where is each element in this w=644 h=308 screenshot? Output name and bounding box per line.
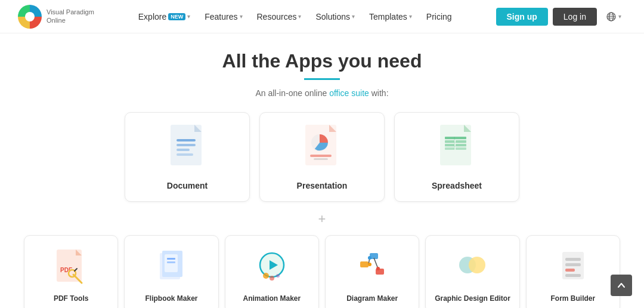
subtitle: An all-in-one online office suite with: xyxy=(24,88,620,98)
language-selector[interactable]: ▾ xyxy=(602,8,626,25)
chevron-up-icon xyxy=(617,281,626,289)
form-builder-icon xyxy=(558,250,589,288)
chevron-icon: ▾ xyxy=(240,13,243,20)
card-document[interactable]: Document xyxy=(125,112,250,202)
plus-divider: + xyxy=(24,211,620,227)
pdf-tools-icon: PDF xyxy=(55,250,86,288)
svg-rect-39 xyxy=(167,261,175,263)
flipbook-label: Flipbook Maker xyxy=(145,294,198,304)
svg-point-53 xyxy=(376,267,380,270)
page-title: All the Apps you need xyxy=(24,50,620,72)
nav-templates[interactable]: Templates ▾ xyxy=(363,8,418,25)
card-flipbook[interactable]: Flipbook Maker xyxy=(124,235,218,308)
svg-point-52 xyxy=(368,256,371,260)
nav-pricing[interactable]: Pricing xyxy=(420,8,458,25)
chevron-icon: ▾ xyxy=(409,13,412,20)
svg-rect-20 xyxy=(456,140,466,143)
graphic-design-icon xyxy=(457,250,488,288)
svg-rect-38 xyxy=(167,258,175,260)
graphic-design-label: Graphic Design Editor xyxy=(435,294,510,304)
chevron-icon: ▾ xyxy=(187,13,190,20)
document-label: Document xyxy=(167,181,208,190)
logo-icon xyxy=(18,5,42,29)
svg-rect-14 xyxy=(310,155,332,157)
svg-rect-22 xyxy=(456,144,466,146)
svg-rect-10 xyxy=(177,153,193,156)
header-actions: Sign up Log in ▾ xyxy=(496,8,626,26)
diagram-icon xyxy=(357,250,388,288)
svg-point-43 xyxy=(263,273,269,279)
card-pdf-tools[interactable]: PDF PDF Tools xyxy=(24,235,118,308)
login-button[interactable]: Log in xyxy=(553,8,597,26)
diagram-label: Diagram Maker xyxy=(346,294,398,304)
nav-resources[interactable]: Resources ▾ xyxy=(251,8,308,25)
svg-rect-46 xyxy=(360,261,369,267)
svg-point-51 xyxy=(368,263,371,266)
scroll-to-top-button[interactable] xyxy=(611,275,632,296)
svg-rect-59 xyxy=(565,269,575,272)
pdf-tools-label: PDF Tools xyxy=(54,294,88,304)
logo[interactable]: Visual Paradigm Online xyxy=(18,5,94,29)
new-badge: NEW xyxy=(168,13,185,20)
svg-rect-9 xyxy=(177,149,190,151)
spreadsheet-label: Spreadsheet xyxy=(432,181,482,190)
form-builder-label: Form Builder xyxy=(550,294,595,304)
apps-row-1: Document Presentation xyxy=(24,112,620,202)
svg-rect-58 xyxy=(565,263,581,266)
svg-rect-7 xyxy=(177,139,196,141)
svg-rect-57 xyxy=(565,258,581,261)
svg-rect-24 xyxy=(456,147,466,150)
svg-point-44 xyxy=(270,276,274,281)
animation-label: Animation Maker xyxy=(243,294,301,304)
svg-rect-8 xyxy=(177,144,196,146)
chevron-icon: ▾ xyxy=(352,13,355,20)
svg-rect-23 xyxy=(445,147,454,150)
chevron-icon: ▾ xyxy=(298,13,301,20)
svg-rect-15 xyxy=(314,158,328,160)
svg-rect-60 xyxy=(565,274,581,277)
svg-point-45 xyxy=(276,274,280,278)
logo-text: Visual Paradigm Online xyxy=(47,8,94,24)
office-suite-link[interactable]: office suite xyxy=(329,88,369,98)
card-form-builder[interactable]: Form Builder xyxy=(526,235,620,308)
svg-rect-19 xyxy=(445,140,454,143)
card-presentation[interactable]: Presentation xyxy=(259,112,385,202)
main-content: All the Apps you need An all-in-one onli… xyxy=(0,33,644,308)
header: Visual Paradigm Online Explore NEW ▾ Fea… xyxy=(0,0,644,33)
document-icon xyxy=(168,125,206,173)
nav-features[interactable]: Features ▾ xyxy=(199,8,248,25)
presentation-label: Presentation xyxy=(297,181,348,190)
card-diagram[interactable]: Diagram Maker xyxy=(325,235,419,308)
globe-chevron: ▾ xyxy=(618,13,621,20)
card-graphic-design[interactable]: Graphic Design Editor xyxy=(425,235,519,308)
svg-point-55 xyxy=(469,257,485,273)
svg-rect-21 xyxy=(445,144,454,146)
card-animation[interactable]: Animation Maker xyxy=(225,235,319,308)
nav-solutions[interactable]: Solutions ▾ xyxy=(309,8,361,25)
flipbook-icon xyxy=(156,250,187,288)
presentation-icon xyxy=(303,125,341,173)
title-underline xyxy=(304,78,340,80)
spreadsheet-icon xyxy=(438,125,476,173)
animation-icon xyxy=(256,250,287,288)
main-nav: Explore NEW ▾ Features ▾ Resources ▾ Sol… xyxy=(132,8,458,25)
svg-rect-18 xyxy=(445,137,466,139)
apps-row-2: PDF PDF Tools Flipbook Maker xyxy=(24,235,620,308)
card-spreadsheet[interactable]: Spreadsheet xyxy=(394,112,519,202)
nav-explore[interactable]: Explore NEW ▾ xyxy=(132,8,196,25)
signup-button[interactable]: Sign up xyxy=(496,8,548,26)
globe-icon xyxy=(606,12,616,21)
